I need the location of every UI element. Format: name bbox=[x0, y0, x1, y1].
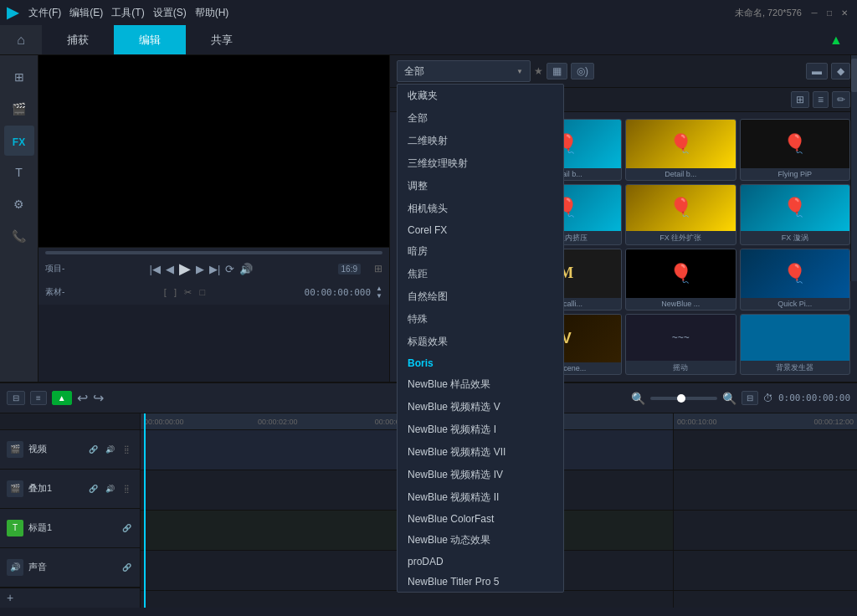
lock-icon[interactable]: ⣿ bbox=[120, 443, 133, 456]
add-track-button[interactable]: ▲ bbox=[52, 391, 72, 405]
category-item-darkroom[interactable]: 暗房 bbox=[398, 240, 563, 263]
overlay-track-controls: 🔗 🔊 ⣿ bbox=[86, 482, 133, 495]
edit-icon[interactable]: ✏ bbox=[832, 91, 850, 108]
fx-item-3[interactable]: 🎈 Flying PiP bbox=[740, 119, 851, 181]
loop-button[interactable]: ⟳ bbox=[225, 263, 234, 275]
fx-item-6[interactable]: 🎈 FX 往外扩张 bbox=[625, 184, 736, 246]
filter-icon[interactable]: ◆ bbox=[831, 63, 850, 80]
side-icon-settings[interactable]: ⚙ bbox=[4, 189, 34, 219]
grid-small-icon[interactable]: ≡ bbox=[813, 91, 829, 108]
category-item-2d[interactable]: 二维映射 bbox=[398, 130, 563, 152]
zoom-slider[interactable] bbox=[650, 397, 717, 400]
category-item-titles[interactable]: 标题效果 bbox=[398, 331, 563, 353]
menu-settings[interactable]: 设置(S) bbox=[153, 6, 187, 20]
overlay-link-icon[interactable]: 🔗 bbox=[86, 482, 100, 495]
audio-link-icon[interactable]: 🔗 bbox=[120, 561, 133, 574]
category-item-nb-sample[interactable]: NewBlue 样品效果 bbox=[398, 373, 563, 396]
grid-large-icon[interactable]: ⊞ bbox=[791, 91, 809, 108]
seek-bar[interactable] bbox=[45, 251, 382, 254]
grid-view-icon[interactable]: ▦ bbox=[547, 63, 567, 80]
prev-frame-button[interactable]: ◀ bbox=[166, 263, 174, 275]
category-item-3d[interactable]: 三维纹理映射 bbox=[398, 152, 563, 175]
fx-label-6: FX 往外扩张 bbox=[626, 231, 736, 244]
track-list-button[interactable]: ≡ bbox=[30, 391, 47, 405]
ruler-mark-4: 00:00:12:00 bbox=[813, 418, 854, 426]
next-frame-button[interactable]: ▶ bbox=[196, 263, 204, 275]
redo-button[interactable]: ↪ bbox=[93, 390, 104, 406]
video-track-icon: 🎬 bbox=[7, 441, 23, 458]
tab-edit[interactable]: 编辑 bbox=[114, 25, 186, 54]
category-item-nature[interactable]: 自然绘图 bbox=[398, 285, 563, 308]
fx-label-11: Quick Pi... bbox=[741, 298, 850, 310]
category-item-boris[interactable]: Boris bbox=[398, 353, 563, 373]
category-item-corelfx[interactable]: Corel FX bbox=[398, 220, 563, 240]
link-icon[interactable]: 🔗 bbox=[86, 443, 100, 456]
category-item-nb-v7[interactable]: NewBlue 视频精选 VII bbox=[398, 441, 563, 464]
overlay-mute-icon[interactable]: 🔊 bbox=[103, 482, 116, 495]
fx-item-15[interactable]: 背景发生器 bbox=[740, 314, 851, 376]
menu-file[interactable]: 文件(F) bbox=[28, 6, 61, 20]
right-empty-row bbox=[674, 591, 857, 608]
fx-item-11[interactable]: 🎈 Quick Pi... bbox=[740, 249, 851, 311]
mute-icon[interactable]: 🔊 bbox=[103, 443, 116, 456]
fx-item-14[interactable]: ~~~ 摇动 bbox=[625, 314, 736, 376]
overlay-lock-icon[interactable]: ⣿ bbox=[120, 482, 133, 495]
zoom-out-button[interactable]: 🔍 bbox=[631, 392, 645, 405]
side-icon-media[interactable]: ⊞ bbox=[4, 62, 34, 92]
category-item-nb-colorfast[interactable]: NewBlue ColorFast bbox=[398, 509, 563, 529]
zoom-in-button[interactable]: 🔍 bbox=[722, 392, 736, 405]
add-track-plus[interactable]: + bbox=[7, 591, 13, 604]
undo-button[interactable]: ↩ bbox=[77, 390, 88, 406]
fx-item-2[interactable]: 🎈 Detail b... bbox=[625, 119, 736, 181]
fast-forward-button[interactable]: ▶| bbox=[209, 263, 220, 275]
tab-share[interactable]: 共享 bbox=[186, 25, 258, 54]
fx-thumb-3: 🎈 bbox=[741, 120, 850, 168]
tab-capture[interactable]: 捕获 bbox=[42, 25, 114, 54]
title-track-icon: T bbox=[7, 520, 23, 536]
close-button[interactable]: ✕ bbox=[839, 7, 850, 18]
category-item-focus[interactable]: 焦距 bbox=[398, 263, 563, 285]
side-icon-transitions[interactable]: 🎬 bbox=[4, 94, 34, 124]
side-icon-fx[interactable]: FX bbox=[4, 126, 34, 156]
category-item-nb-v4[interactable]: NewBlue 视频精选 IV bbox=[398, 464, 563, 486]
home-button[interactable]: ⌂ bbox=[0, 25, 42, 54]
category-dropdown[interactable]: 全部 ▼ bbox=[397, 60, 531, 82]
play-button[interactable]: ▶ bbox=[179, 259, 191, 278]
category-item-camera[interactable]: 相机镜头 bbox=[398, 198, 563, 220]
side-icon-titles[interactable]: T bbox=[4, 157, 34, 187]
category-item-nb-titler[interactable]: NewBlue Titler Pro 5 bbox=[398, 572, 563, 592]
audio-icon[interactable]: ◎) bbox=[571, 63, 594, 80]
menu-tools[interactable]: 工具(T) bbox=[111, 6, 144, 20]
side-icon-audio[interactable]: 📞 bbox=[4, 221, 34, 251]
title-link-icon[interactable]: 🔗 bbox=[120, 521, 133, 535]
menu-edit[interactable]: 编辑(E) bbox=[69, 6, 103, 20]
minimize-button[interactable]: ─ bbox=[808, 7, 820, 18]
clip-label: 素材- bbox=[45, 286, 64, 298]
overlay-track-icon: 🎬 bbox=[7, 480, 23, 497]
maximize-button[interactable]: □ bbox=[824, 7, 835, 18]
category-item-prodad[interactable]: proDAD bbox=[398, 552, 563, 572]
display-toggle-icon[interactable]: ▬ bbox=[806, 63, 828, 80]
category-item-nb-motion[interactable]: NewBlue 动态效果 bbox=[398, 529, 563, 552]
zoom-handle[interactable] bbox=[677, 394, 685, 403]
menu-help[interactable]: 帮助(H) bbox=[195, 6, 229, 20]
category-item-favorites[interactable]: 收藏夹 bbox=[398, 85, 563, 107]
volume-button[interactable]: 🔊 bbox=[239, 263, 253, 275]
category-item-nb-v1[interactable]: NewBlue 视频精选 I bbox=[398, 418, 563, 441]
upload-button[interactable]: ▲ bbox=[815, 25, 857, 54]
window-controls: ─ □ ✕ bbox=[808, 7, 850, 18]
category-item-nb-v5[interactable]: NewBlue 视频精选 V bbox=[398, 396, 563, 418]
category-item-adjust[interactable]: 调整 bbox=[398, 175, 563, 198]
fit-button[interactable]: ⊟ bbox=[742, 391, 758, 405]
fx-item-10[interactable]: 🎈 NewBlue ... bbox=[625, 249, 736, 311]
category-item-nb-v2[interactable]: NewBlue 视频精选 II bbox=[398, 486, 563, 509]
category-item-all[interactable]: 全部 bbox=[398, 107, 563, 130]
category-item-special[interactable]: 特殊 bbox=[398, 308, 563, 331]
track-add-button[interactable]: ⊟ bbox=[7, 391, 25, 405]
rewind-button[interactable]: |◀ bbox=[150, 263, 161, 275]
time-up-button[interactable]: ▲▼ bbox=[376, 285, 382, 300]
ruler-mark-3: 00:00:10:00 bbox=[677, 418, 717, 426]
fx-item-7[interactable]: 🎈 FX 漩涡 bbox=[740, 184, 851, 246]
aspect-ratio: 16:9 bbox=[338, 264, 361, 275]
star-icon[interactable]: ★ bbox=[534, 65, 543, 77]
